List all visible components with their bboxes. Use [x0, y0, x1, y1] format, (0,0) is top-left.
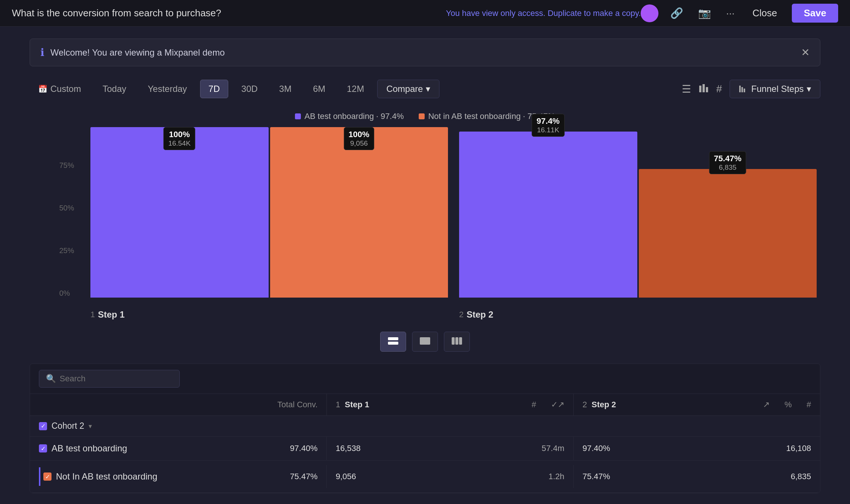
search-icon: 🔍 [46, 374, 56, 384]
custom-date-button[interactable]: 📅 Custom [30, 80, 90, 98]
7d-button[interactable]: 7D [200, 80, 229, 98]
step2-col-label: 2 Step 2 [582, 400, 616, 410]
demo-banner: ℹ Welcome! You are viewing a Mixpanel de… [30, 39, 820, 66]
info-icon: ℹ [40, 46, 44, 59]
step1-bar-ab: 100% 16.54K [90, 127, 269, 298]
cohort-checkbox[interactable]: ✓ [39, 422, 47, 430]
funnel-chart: 0% 25% 50% 75% 100% 16.54K [30, 127, 820, 320]
svg-rect-2 [706, 87, 708, 92]
row1-step2-count: 16,108 [786, 444, 811, 453]
row1-step2-group: 97.40% 16,108 [573, 437, 820, 460]
chart-legend: AB test onboarding · 97.4% Not in AB tes… [30, 112, 820, 121]
col-header-name [30, 394, 245, 415]
table-search-row: 🔍 [30, 364, 820, 394]
svg-rect-4 [741, 87, 743, 92]
step1-notab-tooltip: 100% 9,056 [344, 127, 374, 150]
col-header-total: Total Conv. [245, 394, 326, 415]
svg-rect-3 [739, 86, 741, 92]
step1-header-group: 1 Step 1 # ✓↗ [326, 394, 573, 415]
step1-bar-notab: 100% 9,056 [270, 127, 448, 298]
step2-bars: 97.4% 16.11K 75.47% 6,835 [452, 127, 820, 298]
y-label-25pct: 25% [59, 246, 83, 255]
row1-checkbox[interactable]: ✓ [39, 444, 47, 452]
row1-step2-pct: 97.40% [582, 444, 610, 453]
step1-ab-tooltip: 100% 16.54K [163, 127, 195, 150]
step2-label: 2 Step 2 [459, 304, 820, 320]
y-label-50pct: 50% [59, 204, 83, 212]
compare-button[interactable]: Compare ▾ [377, 80, 440, 98]
svg-rect-1 [703, 84, 705, 92]
svg-rect-10 [455, 337, 458, 345]
top-bar: What is the conversion from search to pu… [0, 0, 850, 27]
row1-name-cell: ✓ AB test onboarding [30, 437, 245, 460]
step1-label: 1 Step 1 [90, 304, 452, 320]
split-view-button[interactable] [380, 332, 406, 352]
calendar-icon: 📅 [38, 84, 47, 93]
row2-name-cell: ✓ Not In AB test onboarding [30, 461, 245, 493]
yesterday-button[interactable]: Yesterday [139, 80, 196, 98]
step1-check-icon: ✓↗ [551, 400, 564, 410]
toolbar-right: ☰ # Funnel Steps ▾ [682, 80, 820, 98]
camera-icon-button[interactable]: 📷 [695, 6, 714, 21]
3m-button[interactable]: 3M [270, 80, 300, 98]
table-row: ✓ AB test onboarding 97.40% 16,538 57.4m… [30, 437, 820, 461]
svg-rect-8 [420, 337, 430, 345]
step1-count-icon: # [532, 400, 536, 410]
page-title: What is the conversion from search to pu… [12, 7, 439, 19]
filter-icon-button[interactable]: ☰ [682, 83, 691, 95]
step2-bar-notab: 75.47% 6,835 [639, 169, 817, 298]
save-button[interactable]: Save [792, 4, 838, 23]
legend-color-2 [419, 113, 425, 119]
banner-text: Welcome! You are viewing a Mixpanel demo [50, 47, 801, 58]
legend-item-1: AB test onboarding · 97.4% [295, 112, 404, 121]
step2-header-group: 2 Step 2 ↗ % # [573, 394, 820, 415]
table-row: ✓ Not In AB test onboarding 75.47% 9,056… [30, 461, 820, 493]
row2-step1-count: 9,056 [336, 472, 356, 481]
view-toggle [30, 332, 820, 352]
avatar [641, 4, 658, 22]
today-button[interactable]: Today [94, 80, 135, 98]
12m-button[interactable]: 12M [338, 80, 373, 98]
close-button[interactable]: Close [747, 6, 783, 20]
top-bar-actions: 🔗 📷 ··· Close Save [641, 4, 838, 23]
cohort-row: ✓ Cohort 2 ▾ [39, 421, 92, 431]
y-label-0pct: 0% [59, 289, 83, 298]
step2-bar-ab: 97.4% 16.11K [459, 132, 637, 298]
search-wrapper[interactable]: 🔍 [39, 370, 180, 388]
step2-pct-icon: % [784, 400, 792, 410]
search-input[interactable] [60, 374, 173, 384]
compact-view-button[interactable] [444, 332, 470, 352]
row2-step2-count: 6,835 [791, 472, 811, 481]
6m-button[interactable]: 6M [305, 80, 334, 98]
row2-step2-group: 75.47% 6,835 [573, 465, 820, 488]
step2-ab-tooltip: 97.4% 16.11K [532, 114, 564, 137]
list-view-button[interactable] [412, 332, 438, 352]
link-icon-button[interactable]: 🔗 [667, 6, 686, 21]
svg-rect-6 [388, 337, 398, 340]
step1-col-label: 1 Step 1 [336, 400, 369, 410]
row1-step1-time: 57.4m [542, 444, 564, 453]
row2-total-conv: 75.47% [245, 465, 326, 488]
row2-step1-time: 1.2h [548, 472, 564, 481]
legend-label-1: AB test onboarding · 97.4% [305, 112, 404, 121]
row2-step1-group: 9,056 1.2h [326, 465, 573, 488]
more-options-button[interactable]: ··· [723, 6, 737, 21]
svg-rect-9 [452, 337, 455, 345]
cohort-dropdown-icon[interactable]: ▾ [89, 422, 92, 430]
toolbar: 📅 Custom Today Yesterday 7D 30D 3M 6M 12… [30, 80, 820, 98]
step1-bars: 100% 16.54K 100% 9,056 [83, 127, 452, 298]
row2-checkbox[interactable]: ✓ [43, 472, 52, 481]
hash-icon-button[interactable]: # [716, 83, 722, 95]
funnel-steps-button[interactable]: Funnel Steps ▾ [730, 80, 820, 98]
row1-name: AB test onboarding [52, 443, 127, 454]
banner-close-button[interactable]: ✕ [801, 46, 810, 59]
chevron-down-icon: ▾ [426, 84, 430, 94]
row1-step1-count: 16,538 [336, 444, 361, 453]
view-only-notice: You have view only access. Duplicate to … [446, 9, 641, 18]
step2-notab-tooltip: 75.47% 6,835 [709, 151, 746, 174]
cohort-name: Cohort 2 [52, 421, 84, 431]
30d-button[interactable]: 30D [233, 80, 266, 98]
row1-step1-group: 16,538 57.4m [326, 437, 573, 460]
bar-chart-icon-button[interactable] [698, 83, 709, 96]
main-content: ℹ Welcome! You are viewing a Mixpanel de… [0, 27, 850, 504]
